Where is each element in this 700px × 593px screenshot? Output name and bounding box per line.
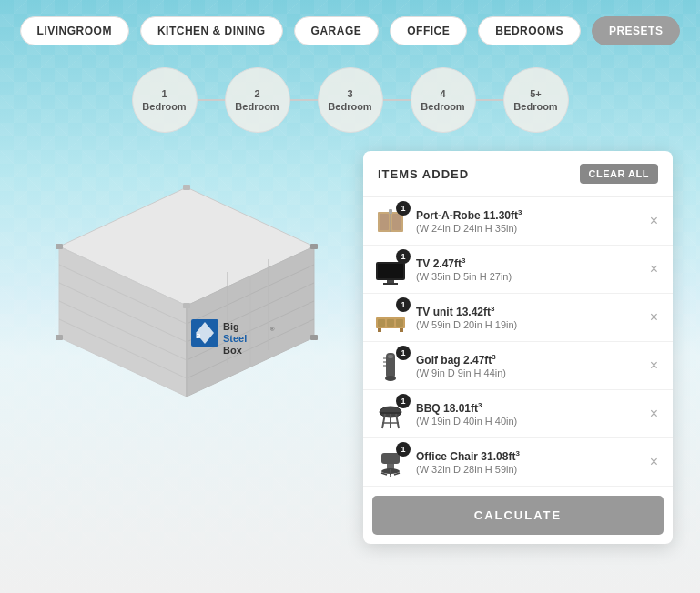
tab-garage[interactable]: GARAGE xyxy=(294,16,380,45)
remove-item-1-button[interactable]: × xyxy=(646,210,662,232)
svg-text:Box: Box xyxy=(223,345,243,356)
tab-bedrooms[interactable]: BEDROOMS xyxy=(478,16,581,45)
preset-4bedroom-circle: 4 Bedroom xyxy=(411,67,476,133)
main-content: B Big Steel Box ® ITEMS ADDED CLEAR ALL xyxy=(0,133,700,544)
svg-rect-41 xyxy=(378,328,381,332)
item-dims: (W 35in D 5in H 27in) xyxy=(416,271,637,282)
box-area: B Big Steel Box ® xyxy=(27,151,345,544)
item-badge: 1 xyxy=(396,249,411,264)
svg-rect-25 xyxy=(310,335,318,340)
svg-rect-26 xyxy=(183,185,190,190)
svg-rect-29 xyxy=(380,214,389,230)
list-item: 1 Golf bag 2.47ft3 (W 9in D 9in H 44in) … xyxy=(363,342,673,390)
remove-item-4-button[interactable]: × xyxy=(646,355,662,377)
top-navigation: LIVINGROOM KITCHEN & DINING GARAGE OFFIC… xyxy=(0,0,700,58)
item-icon-wrap: 1 xyxy=(374,446,407,478)
item-dims: (W 32in D 28in H 59in) xyxy=(416,464,637,475)
item-dims: (W 9in D 9in H 44in) xyxy=(416,367,637,378)
item-info: TV unit 13.42ft3 (W 59in D 20in H 19in) xyxy=(416,305,637,330)
presets-row: 1 Bedroom 2 Bedroom 3 Bedroom 4 Bedroom … xyxy=(0,58,700,133)
item-badge: 1 xyxy=(396,346,411,360)
remove-item-2-button[interactable]: × xyxy=(646,258,662,280)
item-info: BBQ 18.01ft3 (W 19in D 40in H 40in) xyxy=(416,401,637,427)
item-info: TV 2.47ft3 (W 35in D 5in H 27in) xyxy=(416,256,637,282)
list-item: 1 TV unit 13.42ft3 (W 59in D 20in H 19in… xyxy=(363,294,673,342)
preset-5bedroom-circle: 5+ Bedroom xyxy=(503,67,569,133)
tab-livingroom[interactable]: LIVINGROOM xyxy=(20,16,129,45)
preset-2bedroom-circle: 2 Bedroom xyxy=(225,67,290,133)
preset-connector-3 xyxy=(383,99,411,101)
item-badge: 1 xyxy=(396,297,411,312)
calculate-button[interactable]: CALCULATE xyxy=(372,496,664,535)
item-dims: (W 24in D 24in H 35in) xyxy=(416,223,637,234)
item-name: TV unit 13.42ft3 xyxy=(416,305,637,318)
item-name: Port-A-Robe 11.30ft3 xyxy=(416,208,637,222)
preset-3bedroom[interactable]: 3 Bedroom xyxy=(318,67,383,133)
tab-presets[interactable]: PRESETS xyxy=(592,16,681,45)
bigsteelbox-svg: B Big Steel Box ® xyxy=(46,160,328,406)
item-info: Golf bag 2.47ft3 (W 9in D 9in H 44in) xyxy=(416,353,637,378)
item-dims: (W 59in D 20in H 19in) xyxy=(416,319,637,330)
remove-item-3-button[interactable]: × xyxy=(646,307,662,328)
items-panel: ITEMS ADDED CLEAR ALL 1 Port-A-Rob xyxy=(363,151,673,544)
list-item: 1 BBQ 18.01ft3 (W 19in D 40in H 40in) xyxy=(363,390,673,438)
preset-2bedroom[interactable]: 2 Bedroom xyxy=(225,67,290,133)
item-name: Office Chair 31.08ft3 xyxy=(416,449,637,463)
svg-rect-32 xyxy=(389,209,392,214)
item-icon-wrap: 1 xyxy=(374,253,407,286)
remove-item-5-button[interactable]: × xyxy=(646,403,662,425)
svg-text:B: B xyxy=(196,332,201,340)
svg-rect-56 xyxy=(381,453,400,464)
list-item: 1 TV 2.47ft3 (W 35in D 5in H 27in) × xyxy=(363,246,673,294)
svg-rect-27 xyxy=(183,303,190,308)
item-name: BBQ 18.01ft3 xyxy=(416,401,637,415)
svg-rect-40 xyxy=(396,319,403,327)
preset-connector-4 xyxy=(476,99,503,101)
tab-office[interactable]: OFFICE xyxy=(390,16,467,45)
preset-3bedroom-circle: 3 Bedroom xyxy=(318,67,383,133)
svg-rect-24 xyxy=(310,244,318,249)
clear-all-button[interactable]: CLEAR ALL xyxy=(580,164,658,184)
item-icon-wrap: 1 xyxy=(374,397,407,430)
item-icon-wrap: 1 xyxy=(374,205,407,237)
list-item: 1 Office Chair 31.08ft3 (W 32in D 28in H… xyxy=(363,438,673,487)
panel-header: ITEMS ADDED CLEAR ALL xyxy=(363,151,673,197)
remove-item-6-button[interactable]: × xyxy=(646,451,662,473)
item-info: Port-A-Robe 11.30ft3 (W 24in D 24in H 35… xyxy=(416,208,637,234)
svg-text:Steel: Steel xyxy=(223,333,247,344)
preset-4bedroom[interactable]: 4 Bedroom xyxy=(411,67,476,133)
preset-1bedroom[interactable]: 1 Bedroom xyxy=(132,67,198,133)
svg-rect-35 xyxy=(387,280,394,283)
item-badge: 1 xyxy=(396,394,411,408)
svg-text:®: ® xyxy=(270,327,275,332)
svg-rect-42 xyxy=(400,328,403,332)
list-item: 1 Port-A-Robe 11.30ft3 (W 24in D 24in H … xyxy=(363,197,673,246)
svg-rect-44 xyxy=(388,355,393,358)
svg-rect-39 xyxy=(387,319,394,327)
svg-rect-36 xyxy=(383,283,398,285)
item-name: Golf bag 2.47ft3 xyxy=(416,353,637,367)
item-badge: 1 xyxy=(396,442,411,457)
item-info: Office Chair 31.08ft3 (W 32in D 28in H 5… xyxy=(416,449,637,475)
svg-rect-50 xyxy=(380,412,401,414)
item-icon-wrap: 1 xyxy=(374,301,407,334)
box-illustration: B Big Steel Box ® xyxy=(46,160,328,415)
item-badge: 1 xyxy=(396,201,411,216)
svg-rect-30 xyxy=(392,214,401,230)
item-icon-wrap: 1 xyxy=(374,349,407,382)
items-list: 1 Port-A-Robe 11.30ft3 (W 24in D 24in H … xyxy=(363,197,673,487)
svg-rect-22 xyxy=(56,244,63,249)
preset-connector-1 xyxy=(198,99,225,101)
svg-text:Big: Big xyxy=(223,321,239,332)
item-name: TV 2.47ft3 xyxy=(416,256,637,270)
tab-kitchen-dining[interactable]: KITCHEN & DINING xyxy=(140,16,283,45)
item-dims: (W 19in D 40in H 40in) xyxy=(416,416,637,427)
svg-rect-23 xyxy=(56,335,63,340)
svg-rect-38 xyxy=(378,319,385,327)
svg-rect-34 xyxy=(378,264,403,278)
svg-point-48 xyxy=(385,376,396,381)
preset-1bedroom-circle: 1 Bedroom xyxy=(132,67,198,133)
panel-title: ITEMS ADDED xyxy=(378,167,469,181)
preset-5bedroom[interactable]: 5+ Bedroom xyxy=(503,67,569,133)
preset-connector-2 xyxy=(290,99,318,101)
